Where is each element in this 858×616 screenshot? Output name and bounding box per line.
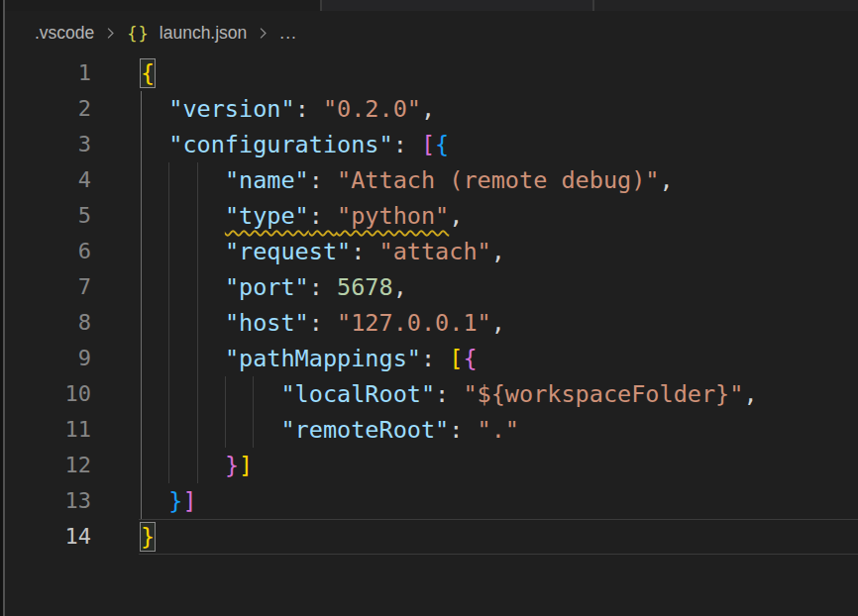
- json-file-icon: {}: [127, 24, 149, 44]
- line-number[interactable]: 3: [5, 127, 91, 162]
- token-b3: {: [435, 131, 449, 158]
- token-b2: {: [463, 345, 477, 372]
- token-punct: ,: [659, 166, 673, 194]
- token-b2: ]: [182, 487, 196, 515]
- code-text: {: [141, 55, 155, 91]
- token-key: "localRoot": [280, 380, 435, 408]
- line-number[interactable]: 14: [5, 519, 91, 555]
- tab-separator: [592, 0, 594, 11]
- code-text: }]: [141, 483, 197, 519]
- line-number[interactable]: 6: [5, 234, 91, 269]
- chevron-right-icon: [104, 27, 117, 40]
- code-text: "localRoot": "${workspaceFolder}",: [141, 376, 758, 412]
- token-key: "pathMappings": [225, 345, 421, 372]
- token-key: "configurations": [168, 131, 392, 158]
- token-punct: ,: [421, 95, 435, 123]
- token-punct: ,: [491, 238, 505, 265]
- token-punct: :: [309, 273, 337, 301]
- code-text: "request": "attach",: [141, 234, 505, 269]
- token-b2: [: [421, 131, 435, 158]
- line-number[interactable]: 12: [5, 448, 91, 483]
- line-number[interactable]: 9: [5, 341, 91, 376]
- token-punct: ,: [743, 380, 757, 408]
- code-line[interactable]: 2"version": "0.2.0",: [5, 91, 858, 127]
- token-str: "127.0.0.1": [337, 309, 491, 337]
- code-text: }: [141, 519, 155, 555]
- code-line[interactable]: 1{: [5, 55, 858, 91]
- active-tab-edge[interactable]: [0, 0, 320, 11]
- token-punct: :: [309, 309, 337, 337]
- line-number[interactable]: 4: [5, 162, 91, 198]
- line-number[interactable]: 5: [5, 198, 91, 234]
- token-b1: [: [449, 345, 463, 372]
- breadcrumb: .vscode {} launch.json ...: [0, 11, 858, 55]
- code-line[interactable]: 12}]: [5, 448, 858, 483]
- token-b2: }: [225, 452, 239, 479]
- token-punct: :: [435, 380, 463, 408]
- token-punct: :: [295, 95, 323, 123]
- editor[interactable]: 1{2"version": "0.2.0",3"configurations":…: [5, 55, 858, 616]
- line-number[interactable]: 1: [5, 55, 91, 91]
- token-punct: :: [393, 131, 421, 158]
- token-str: "${workspaceFolder}": [463, 380, 743, 408]
- chevron-right-icon: [257, 27, 269, 40]
- tab-bar: [0, 0, 858, 11]
- token-punct: ,: [393, 273, 407, 301]
- bracket-match: }: [141, 523, 155, 551]
- token-punct: ,: [449, 202, 463, 230]
- bracket-match: {: [141, 59, 155, 87]
- code-text: "version": "0.2.0",: [141, 91, 435, 127]
- token-str: "0.2.0": [323, 95, 421, 123]
- code-line[interactable]: 10"localRoot": "${workspaceFolder}",: [5, 376, 858, 412]
- line-number[interactable]: 7: [5, 269, 91, 305]
- breadcrumb-file[interactable]: launch.json: [160, 23, 248, 44]
- line-number[interactable]: 8: [5, 305, 91, 341]
- line-number[interactable]: 11: [5, 412, 91, 448]
- code-line[interactable]: 5"type": "python",: [5, 198, 858, 234]
- code-text: "name": "Attach (remote debug)",: [141, 162, 674, 198]
- token-key: "port": [225, 273, 309, 301]
- code-text: }]: [141, 448, 253, 483]
- token-key: "version": [168, 95, 294, 123]
- code-text: "port": 5678,: [141, 269, 407, 305]
- token-b1: ]: [239, 452, 253, 479]
- token-key: "type": [225, 202, 309, 230]
- warning-squiggle: "type": "python": [225, 202, 449, 230]
- breadcrumb-folder[interactable]: .vscode: [35, 23, 94, 44]
- code-line[interactable]: 8"host": "127.0.0.1",: [5, 305, 858, 341]
- token-str: "python": [337, 202, 449, 230]
- token-punct: :: [449, 416, 477, 444]
- code-text: "remoteRoot": ".": [141, 412, 519, 448]
- code-text: "pathMappings": [{: [141, 341, 478, 376]
- token-key: "host": [225, 309, 309, 337]
- token-punct: :: [351, 238, 378, 265]
- breadcrumb-symbol-ellipsis[interactable]: ...: [279, 23, 297, 44]
- line-number[interactable]: 13: [5, 483, 91, 519]
- code-text: "configurations": [{: [141, 127, 449, 162]
- line-number[interactable]: 10: [5, 376, 91, 412]
- code-text: "type": "python",: [141, 198, 463, 234]
- token-b3: }: [168, 487, 182, 515]
- token-punct: :: [309, 166, 337, 194]
- code-line[interactable]: 9"pathMappings": [{: [5, 341, 858, 376]
- code-line[interactable]: 13}]: [5, 483, 858, 519]
- token-key: "request": [225, 238, 351, 265]
- token-punct: ,: [491, 309, 505, 337]
- code-line[interactable]: 11"remoteRoot": ".": [5, 412, 858, 448]
- code-line[interactable]: 14}: [5, 519, 858, 555]
- code-line[interactable]: 7"port": 5678,: [5, 269, 858, 305]
- current-line-highlight: [139, 519, 858, 555]
- inactive-tab-edge[interactable]: [322, 0, 592, 11]
- tab-separator: [320, 0, 322, 11]
- token-str: "Attach (remote debug)": [337, 166, 659, 194]
- token-key: "name": [225, 166, 309, 194]
- token-num: 5678: [337, 273, 393, 301]
- code-line[interactable]: 4"name": "Attach (remote debug)",: [5, 162, 858, 198]
- code-line[interactable]: 6"request": "attach",: [5, 234, 858, 269]
- token-str: "attach": [379, 238, 491, 265]
- code-text: "host": "127.0.0.1",: [141, 305, 505, 341]
- token-punct: :: [309, 202, 337, 230]
- line-number[interactable]: 2: [5, 91, 91, 127]
- code-line[interactable]: 3"configurations": [{: [5, 127, 858, 162]
- token-key: "remoteRoot": [280, 416, 449, 444]
